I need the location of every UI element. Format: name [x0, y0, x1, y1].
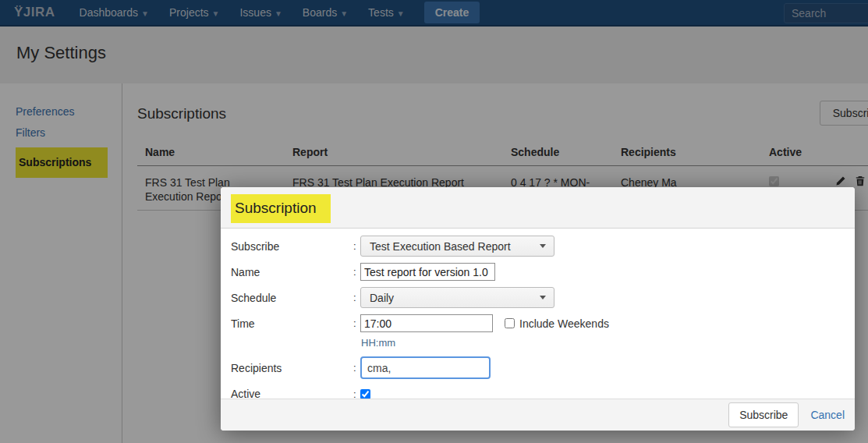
- dialog-footer: Subscribe Cancel: [221, 399, 855, 431]
- report-type-select[interactable]: Test Execution Based Report: [360, 236, 554, 257]
- include-weekends-label: Include Weekends: [519, 317, 609, 330]
- cancel-link[interactable]: Cancel: [810, 409, 845, 421]
- name-field[interactable]: [360, 263, 495, 281]
- time-format-hint: HH:mm: [361, 337, 855, 349]
- chevron-down-icon: [540, 244, 546, 248]
- schedule-selected-value: Daily: [370, 292, 394, 304]
- recipients-field[interactable]: [360, 356, 491, 379]
- include-weekends-option[interactable]: Include Weekends: [505, 317, 609, 330]
- subscribe-field-label: Subscribe: [231, 240, 353, 253]
- time-field-label: Time: [231, 317, 353, 330]
- dialog-header: Subscription: [221, 187, 855, 229]
- recipients-field-label: Recipients: [231, 362, 353, 374]
- report-type-selected-value: Test Execution Based Report: [370, 240, 511, 253]
- chevron-down-icon: [540, 296, 546, 299]
- time-field[interactable]: [360, 314, 493, 332]
- schedule-select[interactable]: Daily: [360, 287, 554, 308]
- name-field-label: Name: [231, 266, 353, 278]
- dialog-subscribe-button[interactable]: Subscribe: [728, 402, 799, 427]
- field-row-name: Name :: [231, 263, 855, 281]
- schedule-field-label: Schedule: [231, 292, 353, 304]
- active-checkbox[interactable]: [360, 389, 370, 399]
- field-row-recipients: Recipients :: [231, 356, 855, 379]
- dialog-body: Subscribe : Test Execution Based Report …: [221, 229, 855, 400]
- field-row-schedule: Schedule : Daily: [231, 287, 855, 308]
- field-row-time: Time : Include Weekends: [231, 314, 855, 332]
- include-weekends-checkbox[interactable]: [505, 318, 515, 328]
- field-row-subscribe: Subscribe : Test Execution Based Report: [231, 236, 855, 257]
- dialog-title: Subscription: [231, 194, 331, 223]
- subscription-dialog: Subscription Subscribe : Test Execution …: [221, 187, 855, 431]
